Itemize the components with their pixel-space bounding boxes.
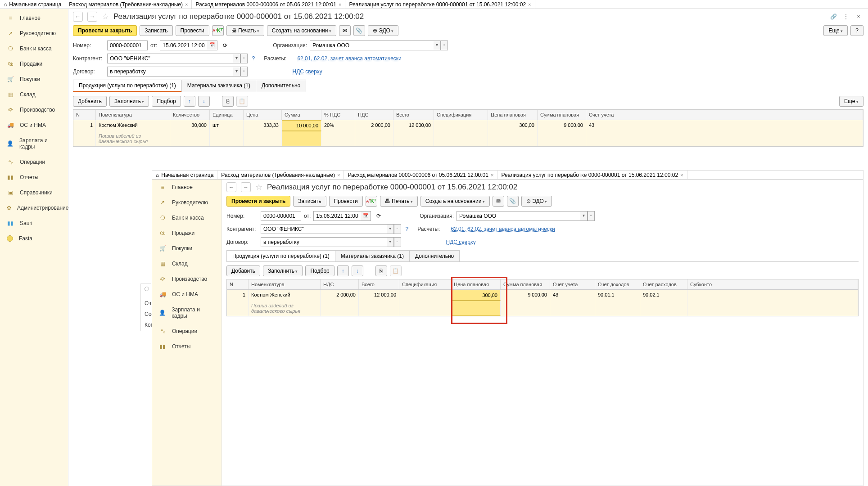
nds-link[interactable]: НДС сверху [446,239,476,245]
tab-materials[interactable]: Материалы заказчика (1) [181,80,256,92]
col-n[interactable]: N [73,110,96,120]
select-button[interactable]: Подбор [152,96,181,107]
star-icon[interactable]: ☆ [102,12,109,22]
close-icon[interactable]: × [339,2,341,7]
dropdown-icon[interactable]: ▾ [387,237,394,247]
col-account[interactable]: Счет учета [550,279,595,289]
col-ndspct[interactable]: % НДС [321,110,355,120]
col-expense[interactable]: Счет расходов [640,279,687,289]
sidebar-item-production[interactable]: ⛮Производство [0,102,68,117]
col-total[interactable]: Всего [359,279,399,289]
sidebar-item-main[interactable]: ≡Главное [152,180,222,195]
create-based-button[interactable]: Создать на основании [267,25,336,36]
dt-kt-button[interactable]: AᵀKᵀ [212,25,224,36]
edo-button[interactable]: ⊜ ЭДО [521,196,552,207]
print-button[interactable]: 🖶 Печать [380,196,418,207]
table-row[interactable]: 1 Костюм Женский 30,000 шт 333,33 10 000… [73,120,863,131]
col-nomen[interactable]: Номенклатура [249,279,321,289]
col-unit[interactable]: Единица [210,110,244,120]
org-input[interactable] [310,40,434,50]
col-planprice[interactable]: Цена плановая [488,110,538,120]
calendar-icon[interactable]: 📅 [361,211,371,221]
counterparty-input[interactable] [261,224,387,234]
tab-products[interactable]: Продукция (услуги по переработке) (1) [226,250,335,261]
more-button[interactable]: Еще [839,96,863,107]
edo-button[interactable]: ⊜ ЭДО [368,25,399,36]
open-icon[interactable]: ▫ [394,224,401,234]
sidebar-item-bank[interactable]: ❍Банк и касса [152,210,222,225]
post-close-button[interactable]: Провести и закрыть [73,25,137,36]
sidebar-item-purchases[interactable]: 🛒Покупки [0,72,68,87]
close-icon[interactable]: × [528,2,531,7]
add-button[interactable]: Добавить [226,266,260,276]
date-input[interactable] [313,211,361,221]
number-input[interactable] [261,211,301,221]
col-spec[interactable]: Спецификация [399,279,451,289]
tab-additional[interactable]: Дополнительно [409,250,460,261]
help-icon[interactable]: ? [252,55,255,62]
contract-input[interactable] [261,237,387,247]
copy-icon[interactable]: ⎘ [375,266,387,276]
col-spec[interactable]: Спецификация [434,110,488,120]
sidebar-item-manager[interactable]: ↗Руководителю [0,26,68,41]
calc-link[interactable]: 62.01, 62.02, зачет аванса автоматически [451,226,555,232]
sidebar-item-assets[interactable]: 🚚ОС и НМА [152,287,222,302]
sidebar-item-purchases[interactable]: 🛒Покупки [152,241,222,256]
tab-materials[interactable]: Материалы заказчика (1) [335,250,410,261]
col-sum[interactable]: Сумма [282,110,321,120]
refresh-icon[interactable]: ⟳ [223,42,227,49]
sidebar-item-warehouse[interactable]: ▦Склад [152,256,222,271]
dropdown-icon[interactable]: ▾ [233,67,240,76]
close-icon[interactable]: × [680,172,683,178]
calc-link[interactable]: 62.01, 62.02, зачет аванса автоматически [297,55,401,62]
sidebar-item-reports[interactable]: ▮▮Отчеты [152,339,222,354]
col-nds[interactable]: НДС [321,279,359,289]
nds-link[interactable]: НДС сверху [293,68,322,75]
col-plansum[interactable]: Сумма плановая [538,110,586,120]
nav-back[interactable]: ← [226,182,236,192]
sidebar-item-warehouse[interactable]: ▦Склад [0,87,68,102]
create-based-button[interactable]: Создать на основании [420,196,490,207]
tab-2[interactable]: Расход материалов 0000-000006 от 05.06.2… [192,0,345,9]
tab-home[interactable]: ⌂ Начальная страница [0,0,65,9]
tab-1[interactable]: Расход материалов (Требования-накладные)… [65,0,192,9]
col-income[interactable]: Счет доходов [595,279,640,289]
save-button[interactable]: Записать [293,196,326,207]
sidebar-item-sales[interactable]: 🛍Продажи [152,225,222,241]
nav-forward[interactable]: → [241,182,251,192]
date-input[interactable] [160,40,207,50]
move-up-icon[interactable]: ↑ [337,266,349,276]
help-icon[interactable]: ? [406,226,409,232]
link-icon[interactable]: 🔗 [828,12,838,22]
sidebar-item-sales[interactable]: 🛍Продажи [0,56,68,72]
sidebar-item-main[interactable]: ≡Главное [0,10,68,26]
print-button[interactable]: 🖶 Печать [226,25,264,36]
close-icon[interactable]: × [491,172,493,178]
dropdown-icon[interactable]: ▾ [233,54,240,63]
dt-kt-button[interactable]: AᵀKᵀ [366,196,377,207]
dropdown-icon[interactable]: ▾ [434,40,441,50]
sidebar-item-assets[interactable]: 🚚ОС и НМА [0,117,68,133]
col-planprice[interactable]: Цена плановая [451,279,501,289]
star-icon[interactable]: ☆ [255,182,262,192]
open-icon[interactable]: ▫ [441,40,448,50]
copy-icon[interactable]: ⎘ [222,96,234,107]
more-button[interactable]: Еще [823,25,848,36]
tab-additional[interactable]: Дополнительно [256,80,306,92]
org-input[interactable] [457,211,580,221]
refresh-icon[interactable]: ⟳ [376,213,381,219]
close-icon[interactable]: × [854,12,863,22]
sidebar-item-operations[interactable]: ᴬᵧОперации [152,324,222,339]
attachment-icon[interactable]: 📎 [507,196,519,207]
cell-planprice[interactable]: 300,00 [451,290,501,301]
close-icon[interactable]: × [185,2,188,7]
counterparty-input[interactable] [107,54,233,63]
envelope-icon[interactable]: ✉ [339,25,351,36]
save-button[interactable]: Записать [140,25,172,36]
col-nomen[interactable]: Номенклатура [96,110,170,120]
close-icon[interactable]: × [337,172,340,178]
open-icon[interactable]: ▫ [394,237,401,247]
tab-2[interactable]: Расход материалов 0000-000006 от 05.06.2… [344,171,497,179]
fill-button[interactable]: Заполнить [109,96,149,107]
col-total[interactable]: Всего [393,110,434,120]
